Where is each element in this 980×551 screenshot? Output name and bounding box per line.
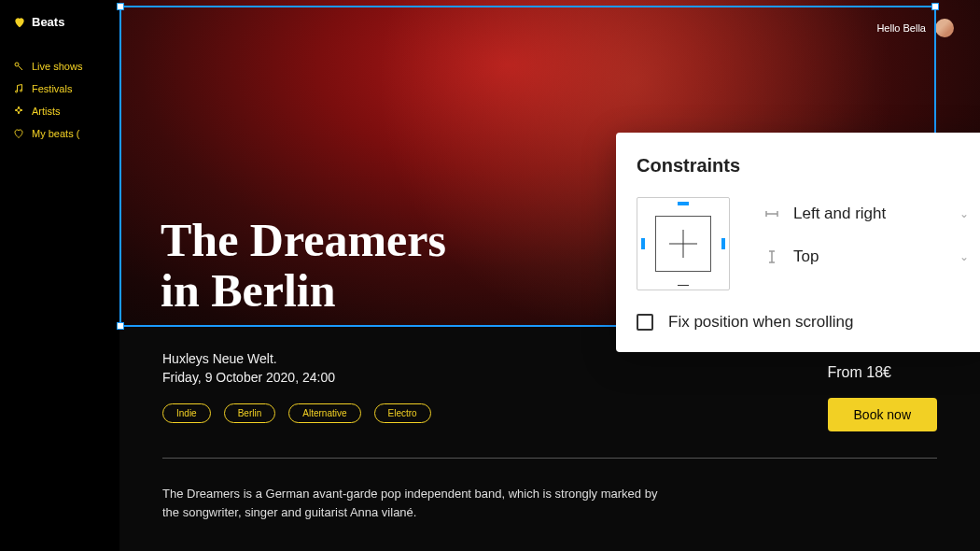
sidebar: Beats Live shows Festivals Artists My be… (0, 0, 119, 551)
tag-alternative[interactable]: Alternative (288, 403, 360, 423)
sidebar-item-label: Live shows (32, 61, 82, 72)
horizontal-constraint-label: Left and right (793, 205, 946, 223)
horizontal-icon (763, 205, 780, 222)
constraints-panel: Constraints Left and right ⌄ Top ⌄ (616, 133, 980, 352)
sidebar-item-live-shows[interactable]: Live shows (13, 55, 119, 78)
event-description: The Dreamers is a German avant-garde pop… (162, 485, 666, 522)
price-label: From 18€ (828, 364, 937, 381)
brand-name: Beats (32, 15, 64, 29)
chevron-down-icon: ⌄ (959, 207, 969, 220)
constraint-inner-box (655, 216, 711, 272)
fix-position-checkbox[interactable] (637, 314, 653, 331)
sidebar-item-my-beats[interactable]: My beats ( (13, 122, 119, 145)
svg-line-1 (19, 66, 23, 71)
tag-list: Indie Berlin Alternative Electro (162, 403, 431, 423)
svg-point-2 (16, 91, 18, 92)
hero-title-line2: in Berlin (161, 264, 336, 317)
constraints-title: Constraints (637, 155, 969, 177)
hero-title: The Dreamers in Berlin (161, 215, 446, 316)
sidebar-item-label: Artists (32, 106, 61, 117)
event-details: Huxleys Neue Welt. Friday, 9 October 202… (119, 327, 980, 522)
svg-point-0 (15, 63, 19, 66)
hero-title-line1: The Dreamers (161, 214, 446, 266)
book-now-button[interactable]: Book now (828, 398, 937, 431)
sidebar-item-label: Festivals (32, 83, 72, 94)
sidebar-item-artists[interactable]: Artists (13, 100, 119, 122)
tag-berlin[interactable]: Berlin (224, 403, 276, 423)
svg-point-3 (21, 90, 22, 92)
user-chip[interactable]: Hello Bella (876, 19, 954, 37)
constraint-widget[interactable] (637, 197, 730, 290)
avatar[interactable] (935, 19, 954, 37)
constraint-pin-bottom[interactable] (678, 285, 689, 286)
sparkle-icon (13, 106, 24, 117)
divider (162, 458, 937, 459)
heart-outline-icon (13, 128, 24, 139)
mic-icon (13, 61, 24, 72)
user-greeting: Hello Bella (876, 22, 926, 34)
chevron-down-icon: ⌄ (959, 250, 969, 263)
tag-indie[interactable]: Indie (162, 403, 211, 423)
venue-name: Huxleys Neue Welt. (162, 351, 431, 366)
music-icon (13, 83, 24, 94)
vertical-icon (763, 248, 780, 265)
fix-position-label: Fix position when scrolling (668, 313, 853, 332)
vertical-constraint-label: Top (793, 247, 946, 266)
constraint-pin-right[interactable] (721, 238, 725, 249)
vertical-constraint-select[interactable]: Top ⌄ (763, 247, 969, 266)
constraint-pin-top[interactable] (678, 202, 689, 205)
sidebar-item-label: My beats ( (32, 128, 79, 139)
tag-electro[interactable]: Electro (374, 403, 431, 423)
brand-logo[interactable]: Beats (13, 15, 119, 29)
sidebar-item-festivals[interactable]: Festivals (13, 78, 119, 100)
heart-icon (13, 16, 26, 29)
horizontal-constraint-select[interactable]: Left and right ⌄ (763, 205, 969, 223)
constraint-pin-left[interactable] (641, 238, 645, 249)
event-datetime: Friday, 9 October 2020, 24:00 (162, 370, 431, 385)
